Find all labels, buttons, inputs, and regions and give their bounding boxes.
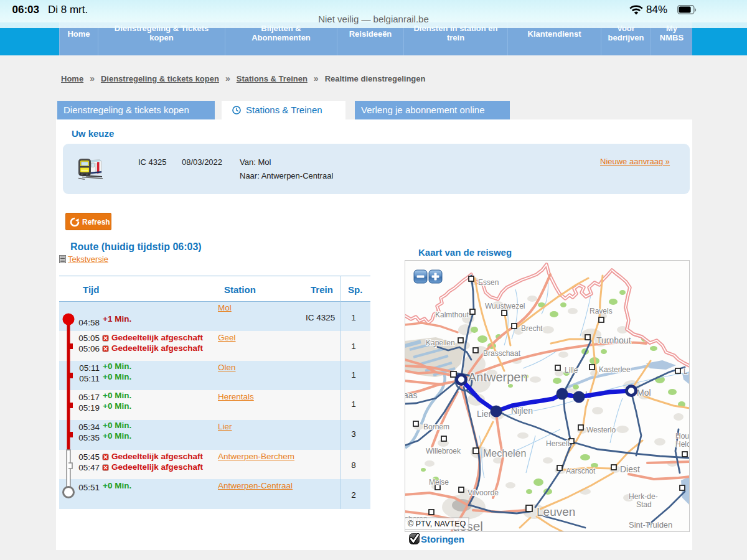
svg-text:Wuustwezel: Wuustwezel xyxy=(485,302,525,310)
svg-text:aas: aas xyxy=(405,390,418,400)
svg-text:Mol: Mol xyxy=(637,388,651,398)
svg-text:Herk-de-: Herk-de- xyxy=(629,492,658,501)
svg-text:Kalmthout: Kalmthout xyxy=(435,310,469,319)
svg-text:Lier: Lier xyxy=(477,409,492,419)
svg-text:Diest: Diest xyxy=(620,464,640,474)
svg-text:Brasschaat: Brasschaat xyxy=(483,349,521,358)
svg-text:Antwerpen: Antwerpen xyxy=(468,370,528,384)
svg-text:Lille: Lille xyxy=(565,366,578,375)
svg-text:Turnhout: Turnhout xyxy=(596,335,631,345)
svg-text:Leuven: Leuven xyxy=(537,505,575,518)
svg-text:Meise: Meise xyxy=(429,478,449,487)
svg-text:Helc: Helc xyxy=(675,440,690,449)
svg-text:Stad: Stad xyxy=(636,500,652,509)
svg-text:L: L xyxy=(684,367,688,376)
svg-text:Bornem: Bornem xyxy=(423,422,449,431)
svg-text:Essen: Essen xyxy=(478,278,499,287)
svg-text:Kasterlee: Kasterlee xyxy=(599,365,631,374)
svg-text:Hou: Hou xyxy=(675,432,689,441)
svg-text:Sint-Truiden: Sint-Truiden xyxy=(629,520,672,530)
svg-text:Willebroek: Willebroek xyxy=(426,447,461,455)
svg-text:Herselt: Herselt xyxy=(546,439,570,448)
svg-text:Aarschot: Aarschot xyxy=(566,467,596,475)
svg-text:© PTV, NAVTEQ: © PTV, NAVTEQ xyxy=(408,520,466,528)
svg-text:Mechelen: Mechelen xyxy=(483,448,526,459)
svg-text:Kapellen: Kapellen xyxy=(426,338,455,347)
svg-text:Brecht: Brecht xyxy=(521,324,543,333)
svg-text:Westerlo: Westerlo xyxy=(586,426,616,434)
svg-text:Ravels: Ravels xyxy=(590,307,613,315)
svg-text:Vilvoorde: Vilvoorde xyxy=(467,488,499,497)
